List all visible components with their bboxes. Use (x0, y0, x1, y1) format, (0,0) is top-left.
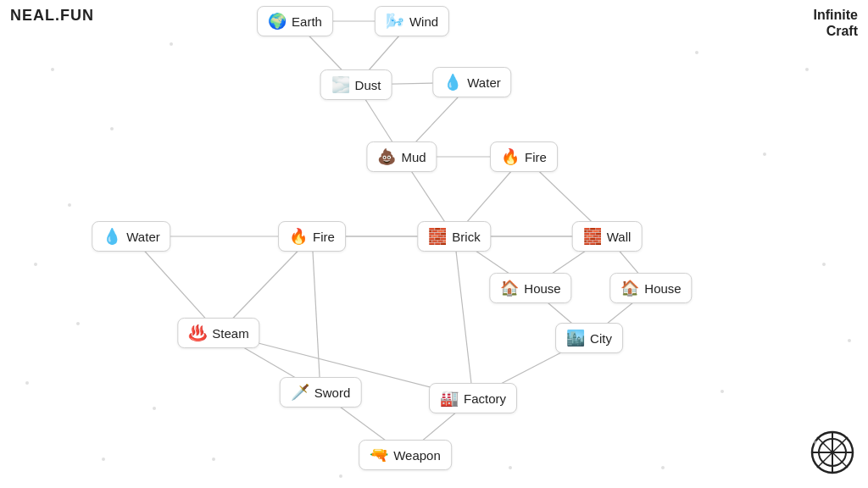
decoration-dot (34, 263, 37, 266)
steam-emoji: ♨️ (188, 324, 207, 342)
node-weapon[interactable]: 🔫Weapon (359, 440, 452, 470)
node-water1[interactable]: 💧Water (432, 67, 511, 97)
node-house2[interactable]: 🏠House (609, 273, 692, 303)
decoration-dot (848, 339, 851, 342)
brick-label: Brick (452, 230, 480, 244)
weapon-label: Weapon (393, 448, 441, 463)
mud-label: Mud (401, 150, 426, 164)
node-fire1[interactable]: 🔥Fire (490, 141, 558, 172)
fire1-label: Fire (525, 150, 547, 164)
decoration-dot (68, 203, 71, 207)
sword-label: Sword (314, 385, 351, 400)
city-label: City (590, 331, 612, 346)
decoration-dot (805, 68, 809, 71)
decoration-dot (212, 458, 215, 461)
decoration-dot (695, 51, 698, 54)
water2-emoji: 💧 (103, 227, 121, 246)
node-brick[interactable]: 🧱Brick (417, 221, 491, 252)
earth-emoji: 🌍 (268, 12, 287, 30)
fire2-emoji: 🔥 (289, 227, 308, 246)
decoration-dot (814, 441, 817, 444)
node-dust[interactable]: 🌫️Dust (320, 69, 392, 100)
decoration-dot (509, 466, 512, 469)
node-earth[interactable]: 🌍Earth (257, 6, 333, 36)
brick-emoji: 🧱 (428, 227, 447, 246)
decoration-dot (153, 407, 156, 410)
node-mud[interactable]: 💩Mud (366, 141, 437, 172)
logo-left: NEAL.FUN (10, 7, 94, 25)
decoration-dot (51, 68, 54, 71)
decoration-dot (25, 381, 29, 385)
dust-emoji: 🌫️ (331, 75, 350, 94)
fire1-emoji: 🔥 (501, 147, 520, 166)
logo-right: Infinite Craft (814, 7, 858, 39)
node-steam[interactable]: ♨️Steam (177, 318, 259, 348)
wind-emoji: 🌬️ (386, 12, 404, 30)
node-fire2[interactable]: 🔥Fire (278, 221, 346, 252)
decoration-dot (76, 322, 80, 325)
decoration-dot (102, 458, 105, 461)
node-house1[interactable]: 🏠House (489, 273, 571, 303)
decoration-dot (339, 474, 342, 478)
dust-label: Dust (355, 78, 381, 92)
house2-emoji: 🏠 (620, 279, 639, 297)
house1-label: House (524, 281, 560, 296)
steam-label: Steam (212, 326, 248, 341)
factory-label: Factory (464, 391, 506, 406)
factory-emoji: 🏭 (440, 389, 459, 408)
edge (454, 236, 473, 398)
node-wind[interactable]: 🌬️Wind (375, 6, 449, 36)
edge (312, 236, 320, 392)
decoration-dot (763, 152, 766, 156)
decoration-dot (170, 42, 173, 46)
node-wall[interactable]: 🧱Wall (572, 221, 643, 252)
mud-emoji: 💩 (377, 147, 396, 166)
fire2-label: Fire (313, 230, 335, 244)
wind-label: Wind (409, 14, 438, 29)
weapon-emoji: 🔫 (370, 446, 388, 464)
node-sword[interactable]: 🗡️Sword (280, 377, 362, 408)
decoration-dot (721, 390, 724, 393)
node-factory[interactable]: 🏭Factory (429, 383, 517, 413)
craft-logo-icon (810, 430, 854, 474)
water1-label: Water (467, 75, 500, 90)
water1-emoji: 💧 (443, 73, 462, 92)
house1-emoji: 🏠 (500, 279, 519, 297)
decoration-dot (661, 466, 665, 469)
node-city[interactable]: 🏙️City (555, 323, 623, 353)
wall-emoji: 🧱 (583, 227, 602, 246)
sword-emoji: 🗡️ (291, 383, 309, 402)
city-emoji: 🏙️ (566, 329, 585, 347)
decoration-dot (822, 263, 826, 266)
earth-label: Earth (292, 14, 322, 29)
node-water2[interactable]: 💧Water (92, 221, 170, 252)
water2-label: Water (126, 230, 159, 244)
house2-label: House (644, 281, 681, 296)
wall-label: Wall (607, 230, 632, 244)
decoration-dot (110, 127, 114, 130)
